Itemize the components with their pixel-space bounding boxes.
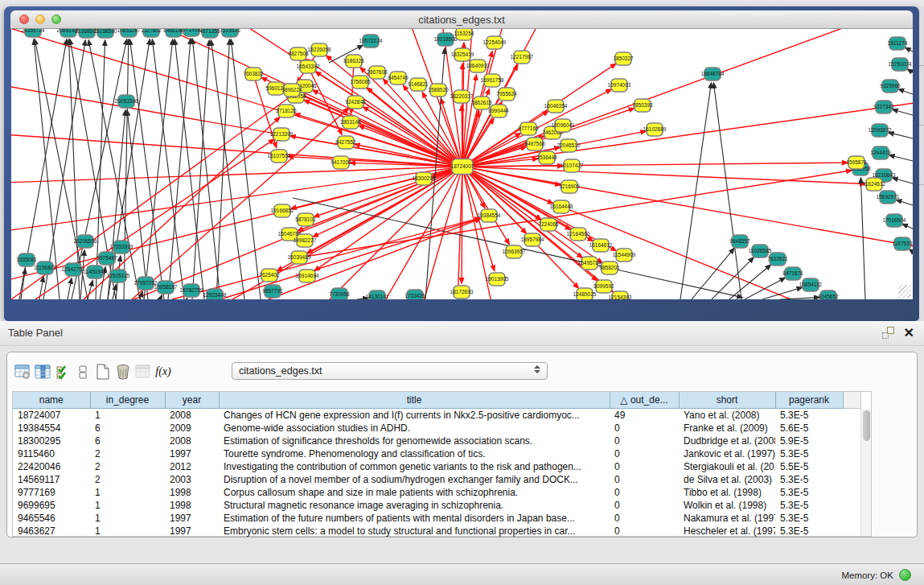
table-cell[interactable]: 9699695: [13, 499, 90, 512]
table-row[interactable]: 1456911722003Disruption of a novel membe…: [13, 473, 860, 486]
table-cell[interactable]: 5.3E-5: [775, 473, 843, 486]
table-cell[interactable]: 0: [610, 486, 679, 499]
new-table-icon[interactable]: [94, 363, 112, 381]
table-cell[interactable]: [843, 422, 860, 435]
table-cell[interactable]: 2008: [165, 408, 219, 422]
network-canvas[interactable]: 2435572420691406213685051615859010653287…: [11, 29, 913, 299]
table-cell[interactable]: 1: [90, 499, 165, 512]
table-cell[interactable]: [843, 408, 860, 422]
table-cell[interactable]: Wolkin et al. (1998): [679, 499, 775, 512]
table-row[interactable]: 1938455462009Genome-wide association stu…: [13, 422, 860, 435]
table-cell[interactable]: 2003: [165, 473, 219, 486]
window-titlebar[interactable]: citations_edges.txt: [10, 10, 913, 29]
window-resize-grip[interactable]: [898, 285, 911, 298]
table-cell[interactable]: 0: [610, 512, 679, 525]
column-header-in_degree[interactable]: in_degree: [90, 392, 165, 408]
table-cell[interactable]: [843, 499, 860, 512]
table-row[interactable]: 969969511998Structural magnetic resonanc…: [13, 499, 860, 512]
table-cell[interactable]: 5.3E-5: [775, 486, 843, 499]
table-cell[interactable]: Jankovic et al. (1997): [679, 447, 775, 460]
table-cell[interactable]: 2: [90, 447, 165, 460]
table-cell[interactable]: de Silva et al. (2003): [679, 473, 775, 486]
table-cell[interactable]: Yano et al. (2008): [679, 408, 775, 422]
table-cell[interactable]: 9463627: [13, 525, 90, 538]
table-cell[interactable]: 5.3E-5: [775, 408, 843, 422]
table-cell[interactable]: [843, 473, 860, 486]
function-builder-icon[interactable]: f(x): [154, 363, 172, 381]
table-cell[interactable]: [843, 435, 860, 447]
table-cell[interactable]: [843, 460, 860, 473]
table-cell[interactable]: 2: [90, 460, 165, 473]
table-cell[interactable]: 1: [90, 512, 165, 525]
table-cell[interactable]: 1: [90, 525, 165, 538]
table-selector-dropdown[interactable]: citations_edges.txt: [232, 362, 548, 380]
table-cell[interactable]: 2012: [165, 460, 219, 473]
table-row[interactable]: 911546021997Tourette syndrome. Phenomeno…: [13, 447, 860, 460]
table-cell[interactable]: 5.3E-5: [775, 525, 843, 538]
table-cell[interactable]: 18300295: [13, 435, 90, 447]
table-cell[interactable]: 6: [90, 435, 165, 447]
table-cell[interactable]: 49: [610, 408, 679, 422]
table-cell[interactable]: 14569117: [13, 473, 90, 486]
delete-table-icon[interactable]: [114, 363, 132, 381]
memory-ok-indicator[interactable]: [899, 569, 911, 581]
table-cell[interactable]: Embryonic stem cells: a model to study s…: [219, 525, 610, 538]
table-cell[interactable]: Tourette syndrome. Phenomenology and cla…: [219, 447, 610, 460]
show-columns-icon[interactable]: [34, 363, 51, 381]
table-cell[interactable]: 2: [90, 473, 165, 486]
table-cell[interactable]: 1: [90, 486, 165, 499]
table-cell[interactable]: Investigating the contribution of common…: [219, 460, 610, 473]
table-cell[interactable]: 0: [610, 422, 679, 435]
table-cell[interactable]: [843, 512, 860, 525]
table-cell[interactable]: Franke et al. (2009): [679, 422, 775, 435]
table-cell[interactable]: 1998: [165, 499, 219, 512]
table-cell[interactable]: Hescheler et al. (1997): [679, 525, 775, 538]
close-panel-icon[interactable]: ✕: [904, 327, 914, 339]
table-cell[interactable]: Estimation of the future numbers of pati…: [219, 512, 610, 525]
clear-selection-icon[interactable]: [74, 363, 92, 381]
table-cell[interactable]: [843, 486, 860, 499]
float-panel-icon[interactable]: [882, 327, 894, 339]
table-row[interactable]: 1830029562008Estimation of significance …: [13, 435, 860, 447]
table-cell[interactable]: 1: [90, 408, 165, 422]
table-cell[interactable]: 2009: [165, 422, 219, 435]
table-cell[interactable]: 5.6E-5: [775, 422, 843, 435]
table-cell[interactable]: Genome-wide association studies in ADHD.: [219, 422, 610, 435]
table-settings-icon[interactable]: [14, 363, 31, 381]
column-header-title[interactable]: title: [219, 392, 610, 408]
table-cell[interactable]: 0: [610, 447, 679, 460]
table-cell[interactable]: Dudbridge et al. (2008): [679, 435, 775, 447]
column-header-short[interactable]: short: [679, 392, 775, 408]
table-cell[interactable]: 19384554: [13, 422, 90, 435]
table-cell[interactable]: 0: [610, 460, 679, 473]
table-cell[interactable]: 18724007: [13, 408, 90, 422]
table-scrollbar[interactable]: [860, 409, 871, 536]
table-cell[interactable]: 5.3E-5: [775, 512, 843, 525]
column-header-year[interactable]: year: [165, 392, 219, 408]
table-cell[interactable]: 0: [610, 473, 679, 486]
table-cell[interactable]: Structural magnetic resonance image aver…: [219, 499, 610, 512]
table-cell[interactable]: Stergiakouli et al. (2012): [679, 460, 775, 473]
table-cell[interactable]: 5.3E-5: [775, 447, 843, 460]
table-row[interactable]: 1872400712008Changes of HCN gene express…: [13, 408, 860, 422]
table-cell[interactable]: 9465546: [13, 512, 90, 525]
table-cell[interactable]: 0: [610, 525, 679, 538]
column-header-pagerank[interactable]: pagerank: [775, 392, 843, 408]
table-cell[interactable]: 5.5E-5: [775, 460, 843, 473]
table-row[interactable]: 977716911998Corpus callosum shape and si…: [13, 486, 860, 499]
table-row[interactable]: 2242004622012Investigating the contribut…: [13, 460, 860, 473]
table-cell[interactable]: 1998: [165, 486, 219, 499]
table-scrollbar-thumb[interactable]: [863, 410, 870, 441]
table-cell[interactable]: 6: [90, 422, 165, 435]
table-cell[interactable]: Disruption of a novel member of a sodium…: [219, 473, 610, 486]
table-cell[interactable]: 5.3E-5: [775, 499, 843, 512]
table-cell[interactable]: 2008: [165, 435, 219, 447]
table-cell[interactable]: Changes of HCN gene expression and I(f) …: [219, 408, 610, 422]
table-cell[interactable]: 1997: [165, 525, 219, 538]
table-cell[interactable]: 1997: [165, 512, 219, 525]
table-cell[interactable]: Nakamura et al. (1997): [679, 512, 775, 525]
select-all-icon[interactable]: [54, 363, 72, 381]
table-cell[interactable]: 0: [610, 435, 679, 447]
column-header-name[interactable]: name: [13, 392, 90, 408]
table-cell[interactable]: Tibbo et al. (1998): [679, 486, 775, 499]
